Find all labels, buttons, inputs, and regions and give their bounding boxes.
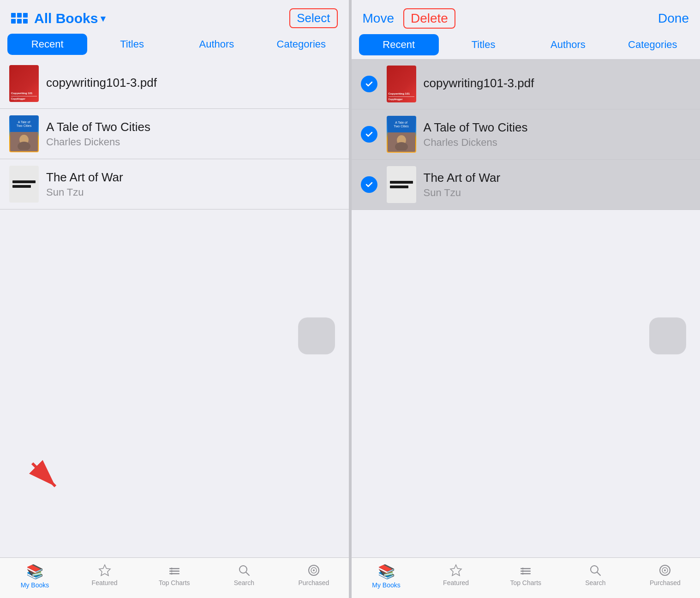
tab-titles-left[interactable]: Titles [92,34,172,55]
tab-authors-left[interactable]: Authors [177,34,257,55]
nav-purchased-left[interactable]: Purchased [279,562,348,591]
book-title-tale-left: A Tale of Two Cities [46,120,340,134]
all-books-title[interactable]: All Books ▾ [34,11,105,26]
left-spacer [0,308,349,558]
book-cover-tale-left: A Tale ofTwo Cities [9,115,39,152]
svg-marker-18 [450,565,461,576]
svg-point-15 [313,569,315,571]
book-info-war-left: The Art of War Sun Tzu [46,170,340,198]
book-author-tale-right: Charles Dickens [424,137,691,149]
book-item-tale-right[interactable]: A Tale ofTwo Cities A Tale of Two Cities… [352,109,700,160]
arrow-icon [28,459,65,496]
book-cover-war-right [387,166,416,203]
book-info-tale-right: A Tale of Two Cities Charles Dickens [424,120,691,149]
svg-point-1 [18,142,30,150]
home-button-right[interactable] [649,317,686,354]
book-item-copywriting-right[interactable]: Copywriting 101 Copyblogger copywriting1… [352,59,700,109]
svg-point-24 [522,573,524,574]
tab-authors-right[interactable]: Authors [528,34,608,55]
dropdown-chevron-icon: ▾ [101,13,105,24]
purchased-icon-right [658,563,672,577]
right-tab-bar: Recent Titles Authors Categories [352,34,700,55]
check-war-right [361,176,377,193]
home-button-left[interactable] [298,317,335,354]
nav-search-label-left: Search [234,579,254,586]
book-author-war-right: Sun Tzu [424,187,691,199]
svg-point-9 [171,570,173,572]
nav-topcharts-label-right: Top Charts [510,579,541,586]
mybooks-icon-right: 📚 [378,563,395,580]
book-author-war-left: Sun Tzu [46,186,340,198]
left-bottom-nav: 📚 My Books Featured Top Charts [0,557,349,598]
svg-point-8 [171,568,173,569]
book-item-copywriting-left[interactable]: Copywriting 101 Copyblogger copywriting1… [0,59,349,109]
nav-purchased-label-right: Purchased [650,579,681,586]
svg-point-23 [522,570,524,572]
book-cover-tale-right: A Tale ofTwo Cities [387,116,416,153]
nav-featured-right[interactable]: Featured [421,562,491,591]
select-button[interactable]: Select [289,8,337,28]
nav-mybooks-label-right: My Books [372,581,400,589]
right-panel: Move Delete Done Recent Titles Authors C… [352,0,700,598]
nav-featured-label-right: Featured [443,579,469,586]
book-item-war-right[interactable]: The Art of War Sun Tzu [352,160,700,210]
mybooks-icon-left: 📚 [26,563,43,580]
grid-view-icon[interactable] [11,13,28,24]
book-title-copywriting-right: copywriting101-3.pdf [424,76,691,90]
svg-line-26 [597,572,600,575]
nav-topcharts-right[interactable]: Top Charts [491,562,561,591]
nav-mybooks-left[interactable]: 📚 My Books [0,562,70,591]
book-item-tale-left[interactable]: A Tale ofTwo Cities A Tale of Two Cities… [0,109,349,159]
left-tab-bar: Recent Titles Authors Categories [0,34,349,55]
tab-recent-left[interactable]: Recent [7,34,87,55]
nav-topcharts-label-left: Top Charts [159,579,190,586]
left-header: All Books ▾ Select [0,0,349,34]
search-icon-left [237,563,251,577]
nav-featured-label-left: Featured [92,579,118,586]
book-item-war-left[interactable]: The Art of War Sun Tzu [0,159,349,209]
book-title-war-left: The Art of War [46,170,340,185]
nav-purchased-label-left: Purchased [298,579,329,586]
move-button[interactable]: Move [363,11,394,26]
book-info-copywriting-right: copywriting101-3.pdf [424,76,691,92]
tab-recent-right[interactable]: Recent [359,34,439,55]
book-cover-copywriting-left: Copywriting 101 Copyblogger [9,65,39,102]
book-info-copywriting-left: copywriting101-3.pdf [46,76,340,92]
left-book-list: Copywriting 101 Copyblogger copywriting1… [0,59,349,308]
check-tale-right [361,126,377,143]
star-icon-left [98,563,112,577]
topcharts-icon-left [168,563,181,577]
book-title-tale-right: A Tale of Two Cities [424,120,691,135]
right-spacer [352,308,700,557]
svg-point-10 [171,573,173,574]
red-arrow-indicator [28,459,65,497]
search-icon-right [588,563,602,577]
purchased-icon-left [307,563,321,577]
svg-point-29 [664,569,666,571]
svg-line-12 [246,572,249,575]
nav-search-label-right: Search [585,579,605,586]
tab-categories-left[interactable]: Categories [261,34,341,55]
nav-mybooks-right[interactable]: 📚 My Books [352,562,421,591]
delete-button[interactable]: Delete [403,8,455,29]
topcharts-icon-right [519,563,532,577]
book-info-tale-left: A Tale of Two Cities Charles Dickens [46,120,340,148]
book-title-war-right: The Art of War [424,171,691,185]
title-text: All Books [34,11,98,26]
book-info-war-right: The Art of War Sun Tzu [424,171,691,199]
done-button[interactable]: Done [658,11,689,26]
nav-purchased-right[interactable]: Purchased [630,562,700,591]
nav-featured-left[interactable]: Featured [70,562,139,591]
book-cover-copywriting-right: Copywriting 101 Copyblogger [387,66,416,102]
header-actions-right: Move Delete [363,8,455,29]
svg-line-3 [32,463,55,486]
svg-point-22 [522,568,524,569]
nav-mybooks-label-left: My Books [21,581,49,589]
tab-categories-right[interactable]: Categories [613,34,693,55]
nav-search-right[interactable]: Search [561,562,630,591]
right-header: Move Delete Done [352,0,700,34]
tab-titles-right[interactable]: Titles [443,34,523,55]
nav-search-left[interactable]: Search [209,562,279,591]
right-book-list: Copywriting 101 Copyblogger copywriting1… [352,59,700,308]
nav-topcharts-left[interactable]: Top Charts [139,562,209,591]
